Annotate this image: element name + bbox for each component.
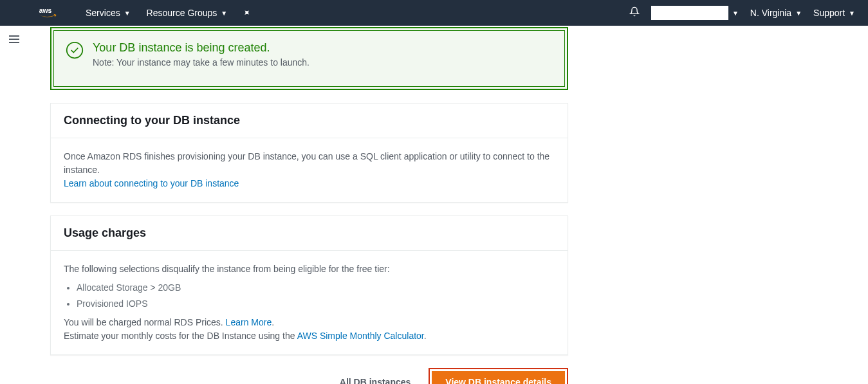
- aws-logo[interactable]: aws: [39, 6, 63, 20]
- nav-resource-groups[interactable]: Resource Groups ▼: [147, 8, 228, 18]
- connecting-panel: Connecting to your DB instance Once Amaz…: [50, 103, 568, 203]
- nav-services-label: Services: [86, 8, 120, 18]
- usage-charged-line: You will be charged normal RDS Prices. L…: [64, 316, 555, 329]
- usage-panel: Usage charges The following selections d…: [50, 215, 568, 355]
- list-item: Provisioned IOPS: [77, 297, 555, 311]
- svg-text:aws: aws: [39, 7, 52, 14]
- usage-estimate-line: Estimate your monthly costs for the DB I…: [64, 329, 555, 343]
- success-title: Your DB instance is being created.: [93, 41, 309, 55]
- sidebar-toggle[interactable]: [9, 33, 19, 45]
- chevron-down-icon: ▼: [124, 10, 131, 17]
- main-content: Your DB instance is being created. Note:…: [50, 27, 568, 384]
- usage-disqualify-list: Allocated Storage > 20GB Provisioned IOP…: [77, 281, 555, 311]
- usage-intro: The following selections disqualify the …: [64, 262, 555, 276]
- notification-bell[interactable]: [629, 6, 640, 19]
- chevron-down-icon: ▼: [732, 10, 739, 17]
- view-details-highlight: View DB instance details: [429, 368, 568, 384]
- calculator-link[interactable]: AWS Simple Monthly Calculator: [297, 331, 424, 341]
- support-menu[interactable]: Support ▼: [813, 8, 855, 18]
- usage-title: Usage charges: [64, 226, 555, 240]
- nav-right: ▼ N. Virginia ▼ Support ▼: [629, 6, 855, 20]
- region-label: N. Virginia: [750, 8, 791, 18]
- nav-resource-groups-label: Resource Groups: [147, 8, 217, 18]
- account-name-redacted: [651, 6, 728, 20]
- success-note: Note: Your instance may take a few minut…: [93, 57, 309, 68]
- all-db-instances-button[interactable]: All DB instances: [335, 370, 416, 384]
- pin-shortcut[interactable]: ✦: [243, 8, 251, 18]
- view-db-instance-details-button[interactable]: View DB instance details: [432, 371, 565, 384]
- nav-left: aws Services ▼ Resource Groups ▼ ✦: [13, 6, 251, 20]
- button-row: All DB instances View DB instance detail…: [50, 368, 568, 384]
- connecting-learn-link[interactable]: Learn about connecting to your DB instan…: [64, 178, 239, 188]
- top-nav: aws Services ▼ Resource Groups ▼ ✦ ▼ N. …: [0, 0, 868, 26]
- chevron-down-icon: ▼: [221, 10, 227, 17]
- pin-icon: ✦: [241, 6, 254, 19]
- learn-more-link[interactable]: Learn More: [226, 317, 272, 327]
- support-label: Support: [813, 8, 845, 18]
- nav-services[interactable]: Services ▼: [86, 8, 131, 18]
- svg-point-1: [67, 42, 83, 59]
- connecting-title: Connecting to your DB instance: [64, 114, 555, 127]
- list-item: Allocated Storage > 20GB: [77, 281, 555, 295]
- check-circle-icon: [66, 41, 84, 59]
- chevron-down-icon: ▼: [795, 10, 802, 17]
- success-banner: Your DB instance is being created. Note:…: [50, 27, 568, 90]
- connecting-body: Once Amazon RDS finishes provisioning yo…: [64, 150, 555, 177]
- chevron-down-icon: ▼: [849, 10, 855, 17]
- account-menu[interactable]: ▼: [651, 6, 739, 20]
- region-selector[interactable]: N. Virginia ▼: [750, 8, 802, 18]
